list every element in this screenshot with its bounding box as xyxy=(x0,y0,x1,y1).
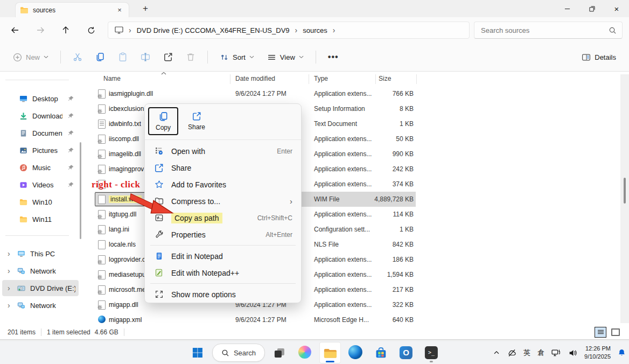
selection-count: 1 item selected xyxy=(47,328,90,336)
column-divider[interactable] xyxy=(309,74,309,84)
this-pc-icon xyxy=(115,26,123,34)
paste-button[interactable] xyxy=(113,48,133,66)
copy-icon xyxy=(95,52,105,62)
back-button[interactable] xyxy=(8,23,23,38)
start-icon xyxy=(191,346,204,359)
search-input[interactable] xyxy=(480,26,609,35)
context-share-button[interactable]: Share xyxy=(181,107,212,135)
breadcrumb-drive[interactable]: DVD Drive (E:) CCCOMA_X64FRE_EN-US_DV9 xyxy=(137,26,290,34)
details-pane-icon xyxy=(582,53,591,62)
microsoft-store-button[interactable] xyxy=(370,342,392,363)
up-button[interactable] xyxy=(58,23,73,38)
delete-button[interactable] xyxy=(180,48,201,66)
close-button[interactable]: × xyxy=(604,0,629,17)
scrollbar-thumb[interactable] xyxy=(624,178,626,204)
breadcrumb[interactable]: › DVD Drive (E:) CCCOMA_X64FRE_EN-US_DV9… xyxy=(108,22,470,39)
system-tray: 英 倉 12:26 PM 9/10/2025 xyxy=(493,341,626,364)
file-type-icon xyxy=(98,104,107,113)
large-icons-view-toggle[interactable] xyxy=(610,327,621,338)
taskview-icon xyxy=(273,346,286,359)
new-tab-button[interactable]: + xyxy=(139,3,152,14)
file-type-icon xyxy=(98,316,107,324)
outlook-button[interactable]: O xyxy=(395,342,417,363)
volume-icon[interactable] xyxy=(568,348,577,358)
outlook-icon: O xyxy=(400,346,413,359)
file-row-migapp-xml[interactable]: migapp.xml9/6/2024 1:27 PMMicrosoft Edge… xyxy=(95,312,416,325)
menu-item-show-more-options[interactable]: Show more options xyxy=(148,286,298,303)
column-divider[interactable] xyxy=(375,74,376,84)
network-icon[interactable] xyxy=(551,348,561,358)
menu-item-properties[interactable]: PropertiesAlt+Enter xyxy=(148,226,298,243)
toolbar-separator xyxy=(316,51,316,64)
menu-item-edit-with-notepad[interactable]: Edit with Notepad++ xyxy=(148,264,298,281)
ime-language-indicator[interactable]: 英 xyxy=(523,348,530,358)
search-icon xyxy=(221,349,229,357)
share-blue-icon xyxy=(192,111,201,121)
task-view-button[interactable] xyxy=(269,342,290,363)
cut-button[interactable] xyxy=(67,48,88,66)
column-divider[interactable] xyxy=(416,74,417,84)
file-explorer-window: sources × + × › DVD Drive (E:) CCCOMA_X6… xyxy=(0,0,629,340)
item-count: 201 items xyxy=(8,328,36,336)
copilot-button[interactable] xyxy=(294,342,316,363)
sort-icon xyxy=(220,53,229,62)
paste-icon xyxy=(118,52,128,62)
breadcrumb-folder[interactable]: sources xyxy=(303,26,327,34)
clock-date: 9/10/2025 xyxy=(584,353,611,361)
start-button[interactable] xyxy=(187,342,208,363)
status-bar: 201 items 1 item selected 4.66 GB xyxy=(0,325,629,339)
menu-item-add-to-favorites[interactable]: Add to Favorites xyxy=(148,176,298,193)
notepad-icon xyxy=(153,251,164,261)
notification-bell-icon[interactable] xyxy=(618,348,626,357)
minimize-button[interactable] xyxy=(555,0,579,17)
copy-button[interactable] xyxy=(90,48,110,66)
column-divider[interactable] xyxy=(230,74,230,84)
desktop-screen: sources × + × › DVD Drive (E:) CCCOMA_X6… xyxy=(0,0,629,364)
star-icon xyxy=(153,180,164,189)
view-button[interactable]: View xyxy=(262,49,309,66)
menu-item-edit-in-notepad[interactable]: Edit in Notepad xyxy=(148,248,298,264)
more-options-button[interactable]: ••• xyxy=(323,48,344,66)
tab-close-icon[interactable]: × xyxy=(115,6,124,14)
explorer-icon xyxy=(323,346,338,360)
onedrive-paused-icon[interactable] xyxy=(507,349,516,357)
file-type-icon xyxy=(98,240,107,249)
file-row-iasmigplugin-dll[interactable]: iasmigplugin.dll9/6/2024 1:27 PMApplicat… xyxy=(95,86,416,101)
column-size[interactable]: Size xyxy=(379,75,391,82)
context-copy-button[interactable]: Copy xyxy=(148,107,178,135)
column-name[interactable]: Name xyxy=(103,75,121,82)
file-type-icon xyxy=(98,135,107,143)
explorer-tab[interactable]: sources × xyxy=(15,2,129,17)
chevron-right-icon: › xyxy=(333,26,336,34)
window-scrollbar[interactable] xyxy=(620,74,629,323)
rename-button[interactable] xyxy=(135,48,156,66)
terminal-button[interactable]: >_ xyxy=(421,342,442,363)
taskbar-apps: SearchO>_ xyxy=(187,341,442,364)
edge-button[interactable] xyxy=(345,342,366,363)
sort-button[interactable]: Sort xyxy=(214,49,260,66)
forward-button[interactable] xyxy=(33,23,48,38)
refresh-button[interactable] xyxy=(83,23,99,38)
menu-item-share[interactable]: Share xyxy=(148,159,298,176)
tray-chevron-up-icon[interactable] xyxy=(493,349,500,356)
file-explorer-button[interactable] xyxy=(319,342,341,363)
new-button[interactable]: New xyxy=(8,49,54,66)
file-type-icon xyxy=(98,120,107,128)
running-app-indicator xyxy=(430,361,433,362)
column-type[interactable]: Type xyxy=(314,75,328,82)
restore-button[interactable] xyxy=(579,0,604,17)
share-button[interactable] xyxy=(158,48,178,66)
details-pane-button[interactable]: Details xyxy=(576,49,621,66)
address-bar: › DVD Drive (E:) CCCOMA_X64FRE_EN-US_DV9… xyxy=(0,17,629,43)
column-date-modified[interactable]: Date modified xyxy=(235,75,275,82)
file-type-icon xyxy=(98,285,107,294)
details-view-toggle[interactable] xyxy=(595,327,606,338)
menu-item-open-with[interactable]: Open withEnter xyxy=(148,143,298,159)
taskbar-search[interactable]: Search xyxy=(212,344,265,362)
annotation-right-click: right - click xyxy=(92,179,141,190)
clock[interactable]: 12:26 PM 9/10/2025 xyxy=(584,345,611,361)
trash-icon xyxy=(186,52,195,62)
edge-icon xyxy=(348,345,362,361)
ime-mode-indicator[interactable]: 倉 xyxy=(537,348,544,358)
notepadpp-icon xyxy=(153,268,164,277)
